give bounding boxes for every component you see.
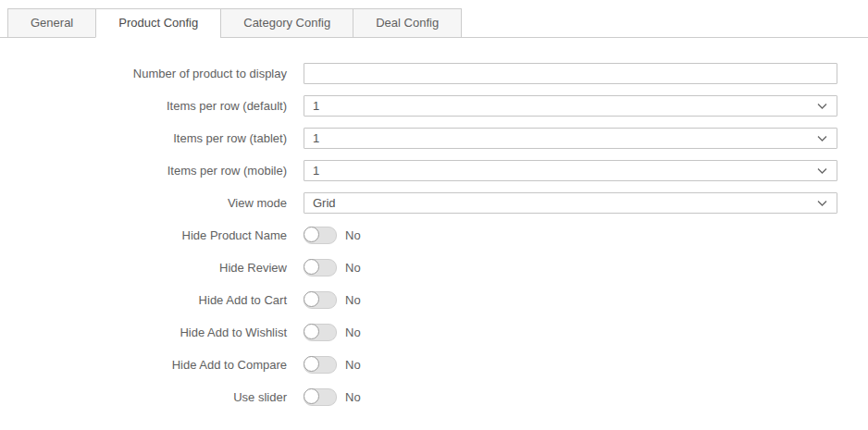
form-row-hide-add-to-cart: Hide Add to Cart No	[0, 289, 868, 311]
config-tabbar: General Product Config Category Config D…	[0, 7, 868, 38]
toggle-state-label: No	[345, 261, 361, 275]
field-label: View mode	[0, 196, 287, 210]
form-row-number-of-products: Number of product to display	[0, 63, 868, 84]
hide-product-name-toggle[interactable]	[304, 227, 337, 244]
hide-add-to-compare-toggle[interactable]	[304, 356, 337, 374]
form-row-hide-product-name: Hide Product Name No	[0, 225, 868, 246]
form-row-items-per-row-tablet: Items per row (tablet) 1	[0, 128, 868, 149]
toggle-state-label: No	[345, 326, 361, 339]
product-config-form: Number of product to display Items per r…	[0, 63, 868, 408]
toggle-knob	[304, 291, 319, 307]
field-label: Hide Add to Cart	[0, 293, 287, 307]
toggle-state-label: No	[345, 358, 361, 372]
form-row-items-per-row-default: Items per row (default) 1	[0, 95, 868, 117]
tab-product-config[interactable]: Product Config	[95, 8, 221, 38]
items-per-row-tablet-select[interactable]: 1	[304, 128, 837, 149]
field-label: Items per row (tablet)	[0, 131, 287, 145]
field-label: Use slider	[0, 390, 287, 404]
field-label: Hide Review	[0, 261, 287, 275]
hide-add-to-wishlist-toggle[interactable]	[304, 324, 337, 341]
form-row-hide-review: Hide Review No	[0, 257, 868, 278]
field-label: Number of product to display	[0, 67, 287, 80]
tab-general[interactable]: General	[7, 8, 96, 38]
toggle-knob	[304, 259, 319, 275]
field-label: Items per row (default)	[0, 99, 287, 113]
toggle-knob	[304, 388, 319, 404]
field-label: Hide Product Name	[0, 228, 287, 242]
form-row-view-mode: View mode Grid	[0, 192, 868, 214]
number-of-products-input[interactable]	[304, 63, 837, 84]
items-per-row-mobile-select[interactable]: 1	[304, 160, 837, 181]
field-label: Hide Add to Compare	[0, 358, 287, 372]
form-row-items-per-row-mobile: Items per row (mobile) 1	[0, 160, 868, 181]
field-label: Items per row (mobile)	[0, 164, 287, 178]
toggle-knob	[304, 356, 319, 372]
toggle-knob	[304, 227, 319, 242]
items-per-row-default-select[interactable]: 1	[304, 95, 837, 117]
form-row-hide-add-to-compare: Hide Add to Compare No	[0, 354, 868, 375]
toggle-state-label: No	[345, 390, 361, 404]
hide-review-toggle[interactable]	[304, 259, 337, 276]
form-row-use-slider: Use slider No	[0, 387, 868, 408]
hide-add-to-cart-toggle[interactable]	[304, 291, 337, 309]
toggle-state-label: No	[345, 228, 361, 242]
toggle-state-label: No	[345, 293, 361, 307]
form-row-hide-add-to-wishlist: Hide Add to Wishlist No	[0, 322, 868, 343]
use-slider-toggle[interactable]	[304, 388, 337, 406]
field-label: Hide Add to Wishlist	[0, 326, 287, 339]
toggle-knob	[304, 324, 319, 339]
tab-deal-config[interactable]: Deal Config	[353, 8, 462, 38]
view-mode-select[interactable]: Grid	[304, 192, 837, 214]
tab-category-config[interactable]: Category Config	[220, 8, 353, 38]
